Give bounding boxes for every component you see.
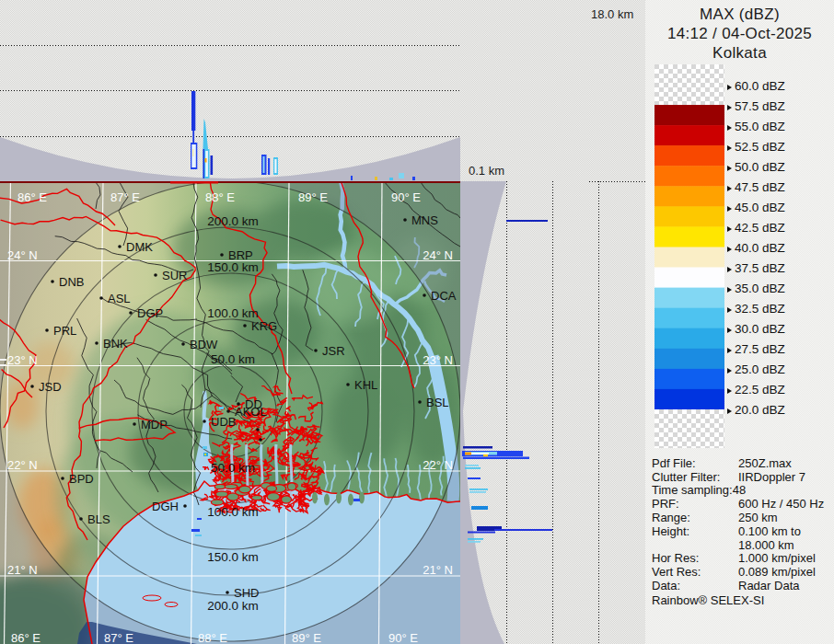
svg-text:PRL: PRL [53,324,76,338]
svg-text:MDP: MDP [141,418,168,431]
svg-text:90° E: 90° E [388,631,418,644]
svg-text:90° E: 90° E [391,190,421,204]
svg-text:150.0 km: 150.0 km [207,260,259,274]
svg-text:200.0 km: 200.0 km [207,214,259,228]
svg-text:SUR: SUR [162,269,187,282]
svg-text:DMK: DMK [126,240,153,254]
svg-text:JSR: JSR [322,344,345,358]
svg-text:21° N: 21° N [7,563,38,577]
svg-text:BPD: BPD [69,472,94,486]
svg-text:200.0 km: 200.0 km [207,599,259,613]
svg-text:BLS: BLS [87,512,110,526]
svg-text:MNS: MNS [411,213,438,227]
svg-text:BSL: BSL [426,396,449,409]
svg-text:23° N: 23° N [423,353,453,367]
svg-text:DNB: DNB [59,275,84,289]
svg-text:SHD: SHD [234,586,259,600]
svg-text:100.0 km: 100.0 km [207,306,259,320]
svg-text:24° N: 24° N [423,248,453,262]
svg-text:KHL: KHL [354,378,377,392]
svg-text:BDW: BDW [190,338,218,351]
svg-text:22° N: 22° N [7,458,38,472]
svg-text:JSD: JSD [39,380,62,394]
svg-text:87° E: 87° E [110,190,140,204]
svg-text:89° E: 89° E [292,631,321,644]
svg-text:DGH: DGH [152,500,179,513]
svg-text:88° E: 88° E [205,190,235,204]
svg-text:BRP: BRP [228,248,253,262]
svg-text:ASL: ASL [108,292,131,305]
svg-text:UDB: UDB [211,415,236,429]
svg-text:KRG: KRG [251,319,277,333]
svg-text:DGP: DGP [137,306,163,320]
svg-text:89° E: 89° E [298,190,328,204]
svg-text:86° E: 86° E [11,631,41,644]
svg-text:88° E: 88° E [198,631,227,644]
svg-text:87° E: 87° E [104,631,133,644]
svg-text:100.0 km: 100.0 km [207,505,259,519]
svg-text:DCA: DCA [431,289,457,303]
svg-text:150.0 km: 150.0 km [207,550,259,564]
svg-text:AKOL: AKOL [235,405,267,419]
svg-text:22° N: 22° N [423,458,453,472]
svg-text:50.0 km: 50.0 km [211,461,255,475]
svg-text:86° E: 86° E [17,190,47,204]
svg-text:23° N: 23° N [7,353,38,367]
svg-text:21° N: 21° N [423,563,453,577]
svg-text:BNK: BNK [103,337,128,351]
svg-text:50.0 km: 50.0 km [211,352,255,366]
svg-text:24° N: 24° N [7,248,38,262]
